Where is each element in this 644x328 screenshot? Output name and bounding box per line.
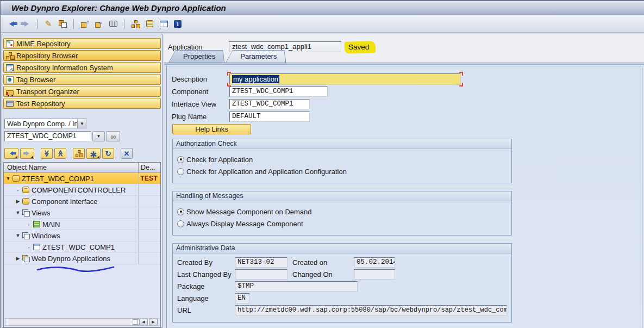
created-by-label: Created By [177, 258, 235, 267]
refresh-button[interactable]: ↻ [102, 148, 114, 159]
object-list-button[interactable] [129, 18, 141, 30]
radio-selected-icon[interactable] [177, 208, 184, 215]
tree-row-windows[interactable]: ▼ Windows [4, 230, 160, 242]
controller-icon [22, 187, 29, 193]
package-label: Package [177, 282, 235, 290]
tree-row-desc [138, 253, 160, 264]
toolbar-separator [124, 19, 124, 29]
tree-col-description[interactable]: De... [138, 163, 160, 172]
sidebar-item-transport-organizer[interactable]: Transport Organizer [3, 86, 161, 97]
object-type-select[interactable]: Web Dynpro Comp. / Intf. ▼ [4, 119, 87, 129]
sidebar-item-label: Transport Organizer [16, 88, 79, 96]
interface-view-field[interactable]: ZTEST_WDC_COMP1 [229, 99, 310, 109]
tab-properties[interactable]: Properties [168, 50, 224, 63]
display-change-button[interactable]: ✎ [42, 18, 54, 30]
display-object-button[interactable]: ∞ [106, 131, 120, 141]
expand-all-button[interactable]: ≫ [41, 148, 53, 159]
tree-row-window[interactable]: · ZTEST_WDC_COMP1 [4, 242, 160, 253]
information-button[interactable]: i [172, 18, 184, 30]
radio-selected-icon[interactable] [177, 156, 184, 163]
radio-unselected-icon[interactable] [177, 220, 184, 227]
sidebar-item-repository-browser[interactable]: Repository Browser [3, 50, 161, 61]
select-dropdown-icon: ▼ [77, 119, 86, 128]
changed-on-label: Changed On [292, 270, 354, 279]
description-input[interactable]: my application [229, 73, 461, 85]
radio-show-message-on-demand[interactable]: Show Message Component on Demand [177, 206, 507, 218]
focus-corner-icon [227, 72, 231, 76]
worklist-button[interactable] [143, 18, 155, 30]
expander-closed-icon[interactable]: ▶ [14, 256, 22, 261]
component-interface-icon [22, 198, 29, 205]
hierarchy-up-button[interactable] [73, 148, 85, 159]
goto-top-button[interactable] [79, 18, 91, 30]
scrollbar-thumb[interactable] [133, 319, 138, 325]
toolbar-separator [73, 19, 74, 29]
sidebar-item-tag-browser[interactable]: Tag Browser [3, 74, 161, 85]
transport-button[interactable] [107, 18, 119, 30]
collapse-all-button[interactable]: ≫ [54, 148, 66, 159]
component-field[interactable]: ZTEST_WDC_COMP1 [229, 86, 328, 97]
tree-col-object-name[interactable]: Object Name [4, 163, 138, 172]
tree-row-main-view[interactable]: · MAIN [4, 219, 160, 230]
leaf-bullet-icon: · [24, 243, 33, 251]
expander-closed-icon[interactable]: ▶ [14, 199, 22, 204]
info-icon: i [174, 20, 182, 28]
forward-button[interactable] [20, 18, 32, 30]
tree-row-component[interactable]: ▼ ZTEST_WDC_COMP1 TEST V [4, 173, 160, 184]
radio-unselected-icon[interactable] [177, 168, 184, 175]
back-button[interactable] [6, 18, 18, 30]
status-badge: Saved [346, 42, 371, 52]
stack-icon [146, 20, 153, 27]
hierarchy-icon [76, 150, 82, 157]
tree-row-component-interface[interactable]: ▶ Component Interface [4, 196, 160, 207]
radio-check-for-application-and-configuration[interactable]: Check for Application and Application Co… [177, 165, 507, 177]
close-browser-button[interactable]: ✕ [121, 148, 133, 159]
expander-open-icon[interactable]: ▼ [4, 176, 12, 181]
filter-button[interactable]: ✱ [86, 148, 101, 159]
tree-row-desc: TEST V [138, 173, 160, 184]
leaf-bullet-icon: · [14, 186, 22, 194]
object-history-button[interactable]: ▼ [92, 131, 105, 141]
sidebar-item-mime-repository[interactable]: MIME Repository [3, 38, 161, 49]
tab-label: Properties [169, 51, 224, 63]
group-title: Handling of Messages [173, 191, 511, 201]
tree-row-web-dynpro-applications[interactable]: ▶ Web Dynpro Applications [4, 253, 160, 264]
radio-check-for-application[interactable]: Check for Application [177, 153, 507, 165]
language-field: EN [235, 293, 249, 304]
table-view-button[interactable] [158, 18, 170, 30]
application-editor: Application ztest_wdc_comp1_appli1 Saved… [164, 34, 644, 328]
expander-open-icon[interactable]: ▼ [14, 210, 22, 215]
focus-corner-icon [459, 83, 463, 86]
tree-horizontal-scrollbar[interactable]: ◀ ▶ [5, 318, 159, 326]
glasses-icon: ∞ [110, 133, 116, 140]
url-field: http://zmetdc00.wdf.sap.corp:55080/sap/b… [235, 305, 507, 315]
tree-row-views[interactable]: ▼ Views [4, 207, 160, 219]
expander-open-icon[interactable]: ▼ [14, 233, 22, 238]
radio-always-display-message[interactable]: Always Display Message Component [177, 218, 507, 230]
tree-back-button[interactable] [4, 148, 18, 159]
tree-row-label: COMPONENTCONTROLLER [32, 186, 126, 194]
dropdown-corner-icon [31, 156, 33, 158]
group-title: Authorization Check [173, 139, 511, 149]
navigate-icon [95, 20, 103, 28]
other-object-button[interactable] [57, 18, 68, 30]
plug-name-field[interactable]: DEFAULT [229, 112, 310, 122]
scroll-right-button[interactable]: ▶ [149, 319, 158, 325]
object-name-input[interactable]: ZTEST_WDC_COMP1 [4, 131, 91, 141]
tab-parameters[interactable]: Parameters [226, 50, 286, 63]
sidebar-item-repository-information-system[interactable]: Repository Information System [3, 62, 161, 73]
scroll-left-button[interactable]: ◀ [139, 319, 148, 325]
help-links-button[interactable]: Help Links [172, 124, 251, 134]
sap-window: { "window": { "title": "Web Dynpro Explo… [0, 0, 644, 328]
transport-icon [109, 21, 117, 27]
tree-row-label: Views [32, 209, 50, 217]
tree-row-desc [138, 242, 160, 252]
navigation-button[interactable] [93, 18, 105, 30]
url-label: URL [177, 306, 235, 314]
tree-row-desc [138, 207, 160, 218]
forward-icon [23, 151, 32, 156]
tree-row-componentcontroller[interactable]: · COMPONENTCONTROLLER [4, 184, 160, 196]
tree-forward-button[interactable] [20, 148, 34, 159]
tree-row-label: Windows [32, 232, 60, 240]
sidebar-item-test-repository[interactable]: Test Repository [3, 98, 161, 109]
